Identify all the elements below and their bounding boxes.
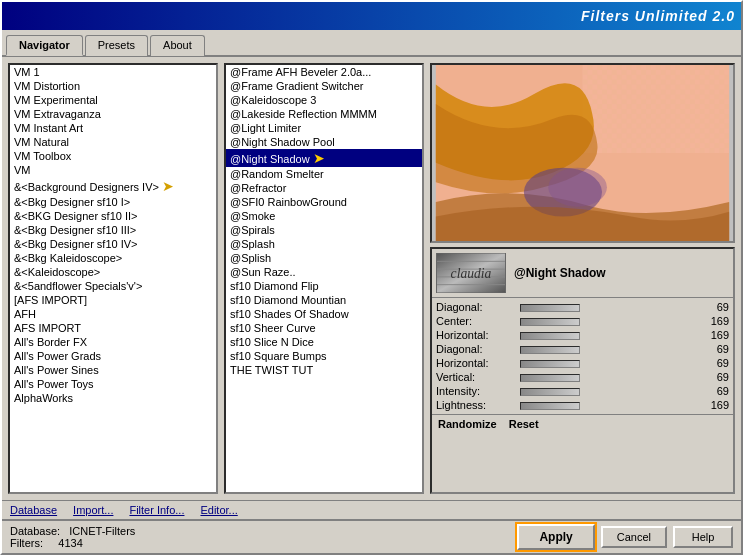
param-value: 169 bbox=[699, 329, 729, 341]
title-bar-text: Filters Unlimited 2.0 bbox=[581, 8, 735, 24]
param-label: Diagonal: bbox=[436, 301, 516, 313]
param-slider[interactable] bbox=[520, 346, 580, 354]
list-item[interactable]: &<Background Designers IV> ➤ bbox=[10, 177, 216, 195]
main-content: VM 1 VM Distortion VM Experimental VM Ex… bbox=[2, 57, 741, 500]
right-panel: claudia @Night Shadow Diagonal: 69 Cente… bbox=[430, 63, 735, 494]
param-label: Diagonal: bbox=[436, 343, 516, 355]
param-value: 169 bbox=[699, 315, 729, 327]
tab-about[interactable]: About bbox=[150, 35, 205, 56]
list-item[interactable]: VM 1 bbox=[10, 65, 216, 79]
filter-info-link[interactable]: Filter Info... bbox=[129, 504, 184, 516]
list-item[interactable]: VM Extravaganza bbox=[10, 107, 216, 121]
param-label: Horizontal: bbox=[436, 329, 516, 341]
param-slider[interactable] bbox=[520, 360, 580, 368]
list-item[interactable]: &<Bkg Designer sf10 IV> bbox=[10, 237, 216, 251]
bottom-toolbar: Database Import... Filter Info... Editor… bbox=[2, 500, 741, 519]
list-item[interactable]: All's Border FX bbox=[10, 335, 216, 349]
filter-item[interactable]: sf10 Square Bumps bbox=[226, 349, 422, 363]
filter-item[interactable]: @Smoke bbox=[226, 209, 422, 223]
filter-item[interactable]: @Refractor bbox=[226, 181, 422, 195]
filter-item[interactable]: THE TWIST TUT bbox=[226, 363, 422, 377]
param-label: Lightness: bbox=[436, 399, 516, 411]
filter-item[interactable]: @Frame Gradient Switcher bbox=[226, 79, 422, 93]
list-item[interactable]: [AFS IMPORT] bbox=[10, 293, 216, 307]
filter-item[interactable]: @Spirals bbox=[226, 223, 422, 237]
filter-item[interactable]: @Frame AFH Beveler 2.0a... bbox=[226, 65, 422, 79]
filter-item[interactable]: @Kaleidoscope 3 bbox=[226, 93, 422, 107]
filter-item[interactable]: @Splish bbox=[226, 251, 422, 265]
list-item[interactable]: VM Distortion bbox=[10, 79, 216, 93]
right-panel-toolbar: Randomize Reset bbox=[432, 414, 733, 433]
param-label: Center: bbox=[436, 315, 516, 327]
svg-rect-4 bbox=[583, 65, 730, 153]
category-list[interactable]: VM 1 VM Distortion VM Experimental VM Ex… bbox=[10, 65, 216, 492]
category-panel: VM 1 VM Distortion VM Experimental VM Ex… bbox=[8, 63, 218, 494]
filter-item[interactable]: @Splash bbox=[226, 237, 422, 251]
list-item[interactable]: AFS IMPORT bbox=[10, 321, 216, 335]
filter-item[interactable]: @Night Shadow Pool bbox=[226, 135, 422, 149]
list-item[interactable]: AlphaWorks bbox=[10, 391, 216, 405]
filter-logo: claudia bbox=[436, 253, 506, 293]
param-value: 69 bbox=[699, 385, 729, 397]
filter-item[interactable]: @Sun Raze.. bbox=[226, 265, 422, 279]
toolbar-left: Database Import... Filter Info... Editor… bbox=[10, 504, 238, 516]
main-window: Filters Unlimited 2.0 Navigator Presets … bbox=[0, 0, 743, 555]
list-item[interactable]: &<5andflower Specials'v'> bbox=[10, 279, 216, 293]
param-slider[interactable] bbox=[520, 332, 580, 340]
list-item[interactable]: &<Kaleidoscope> bbox=[10, 265, 216, 279]
param-value: 169 bbox=[699, 399, 729, 411]
list-item[interactable]: &<Bkg Designer sf10 III> bbox=[10, 223, 216, 237]
list-item[interactable]: VM Toolbox bbox=[10, 149, 216, 163]
param-slider[interactable] bbox=[520, 402, 580, 410]
tab-presets[interactable]: Presets bbox=[85, 35, 148, 56]
filter-item[interactable]: @SFI0 RainbowGround bbox=[226, 195, 422, 209]
list-item[interactable]: &<Bkg Designer sf10 I> bbox=[10, 195, 216, 209]
filter-item[interactable]: sf10 Diamond Mountian bbox=[226, 293, 422, 307]
filter-panel: @Frame AFH Beveler 2.0a... @Frame Gradie… bbox=[224, 63, 424, 494]
status-bar: Database: ICNET-Filters Filters: 4134 Ap… bbox=[2, 519, 741, 553]
list-item[interactable]: VM Experimental bbox=[10, 93, 216, 107]
filter-item[interactable]: @Random Smelter bbox=[226, 167, 422, 181]
database-link[interactable]: Database bbox=[10, 504, 57, 516]
apply-button[interactable]: Apply bbox=[517, 524, 594, 550]
param-slider[interactable] bbox=[520, 318, 580, 326]
param-slider[interactable] bbox=[520, 374, 580, 382]
svg-text:claudia: claudia bbox=[451, 266, 492, 281]
list-item[interactable]: All's Power Sines bbox=[10, 363, 216, 377]
list-item[interactable]: VM bbox=[10, 163, 216, 177]
status-info: Database: ICNET-Filters Filters: 4134 bbox=[10, 525, 135, 549]
help-button[interactable]: Help bbox=[673, 526, 733, 548]
param-value: 69 bbox=[699, 357, 729, 369]
list-item[interactable]: VM Natural bbox=[10, 135, 216, 149]
filter-item[interactable]: sf10 Diamond Flip bbox=[226, 279, 422, 293]
filter-item[interactable]: sf10 Sheer Curve bbox=[226, 321, 422, 335]
filter-item[interactable]: sf10 Shades Of Shadow bbox=[226, 307, 422, 321]
randomize-button[interactable]: Randomize bbox=[438, 418, 497, 430]
param-slider[interactable] bbox=[520, 304, 580, 312]
list-item[interactable]: &<Bkg Kaleidoscope> bbox=[10, 251, 216, 265]
import-link[interactable]: Import... bbox=[73, 504, 113, 516]
filter-list[interactable]: @Frame AFH Beveler 2.0a... @Frame Gradie… bbox=[226, 65, 422, 492]
param-slider[interactable] bbox=[520, 388, 580, 396]
reset-button[interactable]: Reset bbox=[509, 418, 539, 430]
param-label: Intensity: bbox=[436, 385, 516, 397]
cancel-button[interactable]: Cancel bbox=[601, 526, 667, 548]
list-item[interactable]: &<BKG Designer sf10 II> bbox=[10, 209, 216, 223]
filter-item[interactable]: @Lakeside Reflection MMMM bbox=[226, 107, 422, 121]
selected-filter-name: @Night Shadow bbox=[514, 266, 606, 280]
param-label: Horizontal: bbox=[436, 357, 516, 369]
filter-item-selected[interactable]: @Night Shadow ➤ bbox=[226, 149, 422, 167]
param-value: 69 bbox=[699, 371, 729, 383]
param-label: Vertical: bbox=[436, 371, 516, 383]
filter-item[interactable]: sf10 Slice N Dice bbox=[226, 335, 422, 349]
param-value: 69 bbox=[699, 343, 729, 355]
list-item[interactable]: All's Power Toys bbox=[10, 377, 216, 391]
list-item[interactable]: All's Power Grads bbox=[10, 349, 216, 363]
list-item[interactable]: AFH bbox=[10, 307, 216, 321]
filter-header: claudia @Night Shadow bbox=[432, 249, 733, 298]
tab-bar: Navigator Presets About bbox=[2, 30, 741, 57]
filter-item[interactable]: @Light Limiter bbox=[226, 121, 422, 135]
list-item[interactable]: VM Instant Art bbox=[10, 121, 216, 135]
tab-navigator[interactable]: Navigator bbox=[6, 35, 83, 56]
editor-link[interactable]: Editor... bbox=[200, 504, 237, 516]
